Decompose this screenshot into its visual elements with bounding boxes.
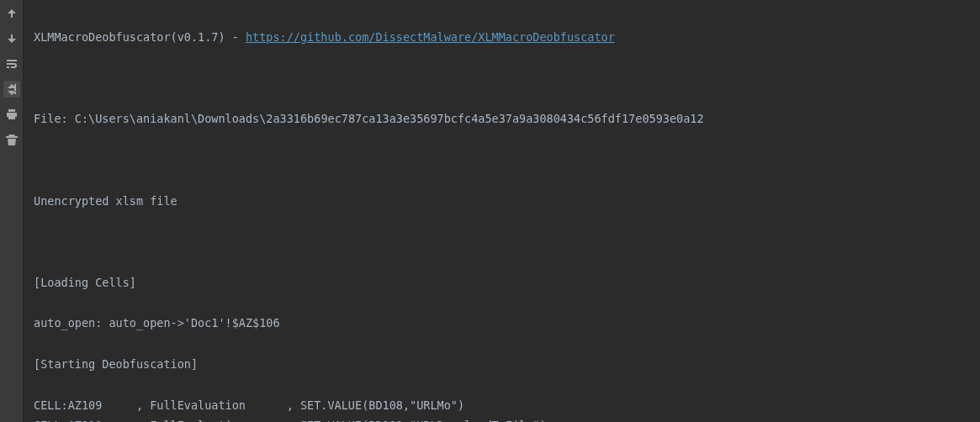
autoopen-line: auto_open: auto_open->'Doc1'!$AZ$106 xyxy=(34,313,970,333)
arrow-down-icon[interactable] xyxy=(3,30,20,47)
console-output: XLMMacroDeobfuscator(v0.1.7) - https://g… xyxy=(24,0,980,422)
blank xyxy=(34,231,970,251)
starting-line: [Starting Deobfuscation] xyxy=(34,354,970,374)
console-toolbar xyxy=(0,0,24,422)
print-icon[interactable] xyxy=(3,106,20,123)
output-row: CELL:AZ109 , FullEvaluation , SET.VALUE(… xyxy=(34,395,970,415)
loading-line: [Loading Cells] xyxy=(34,272,970,293)
tool-name: XLMMacroDeobfuscator(v0.1.7) - xyxy=(34,30,246,44)
blank xyxy=(34,150,970,170)
file-line: File: C:\Users\aniakanl\Downloads\2a3316… xyxy=(34,108,970,129)
repo-link[interactable]: https://github.com/DissectMalware/XLMMac… xyxy=(246,30,615,44)
scroll-end-icon[interactable] xyxy=(3,81,20,98)
output-row: CELL:AZ110 , FullEvaluation , SET.VALUE(… xyxy=(34,415,970,422)
wrap-icon[interactable] xyxy=(3,55,20,72)
arrow-up-icon[interactable] xyxy=(3,5,20,22)
unencrypted-line: Unencrypted xlsm file xyxy=(34,191,970,211)
trash-icon[interactable] xyxy=(3,131,20,148)
blank xyxy=(34,68,970,88)
tool-line: XLMMacroDeobfuscator(v0.1.7) - https://g… xyxy=(34,27,970,47)
